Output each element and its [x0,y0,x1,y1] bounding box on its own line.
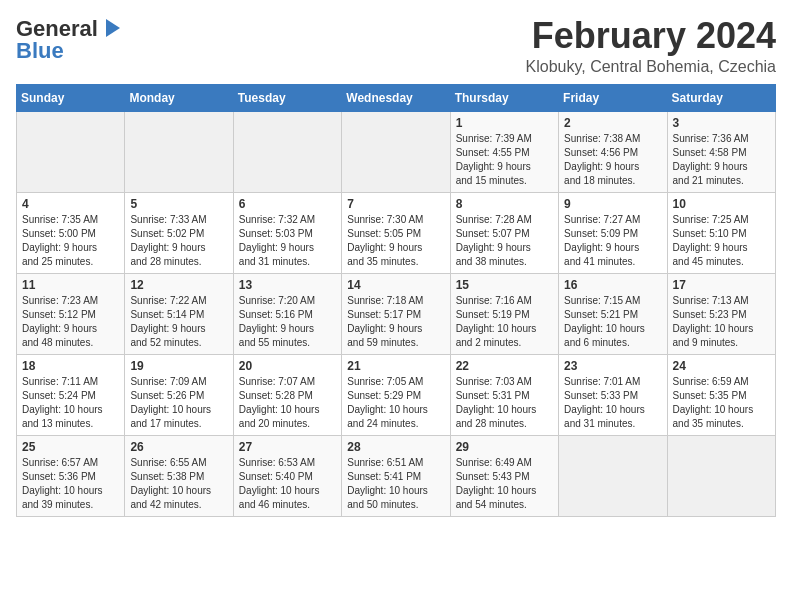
calendar-cell: 9Sunrise: 7:27 AM Sunset: 5:09 PM Daylig… [559,192,667,273]
day-number: 27 [239,440,336,454]
day-number: 24 [673,359,770,373]
logo-icon [100,17,122,39]
day-content: Sunrise: 7:39 AM Sunset: 4:55 PM Dayligh… [456,132,553,188]
calendar-cell: 6Sunrise: 7:32 AM Sunset: 5:03 PM Daylig… [233,192,341,273]
day-content: Sunrise: 7:32 AM Sunset: 5:03 PM Dayligh… [239,213,336,269]
calendar-cell: 23Sunrise: 7:01 AM Sunset: 5:33 PM Dayli… [559,354,667,435]
day-number: 12 [130,278,227,292]
day-number: 19 [130,359,227,373]
day-number: 10 [673,197,770,211]
calendar-cell: 20Sunrise: 7:07 AM Sunset: 5:28 PM Dayli… [233,354,341,435]
calendar-cell: 27Sunrise: 6:53 AM Sunset: 5:40 PM Dayli… [233,435,341,516]
day-number: 25 [22,440,119,454]
day-content: Sunrise: 7:15 AM Sunset: 5:21 PM Dayligh… [564,294,661,350]
week-row-3: 11Sunrise: 7:23 AM Sunset: 5:12 PM Dayli… [17,273,776,354]
day-number: 7 [347,197,444,211]
day-content: Sunrise: 6:51 AM Sunset: 5:41 PM Dayligh… [347,456,444,512]
day-content: Sunrise: 7:28 AM Sunset: 5:07 PM Dayligh… [456,213,553,269]
day-content: Sunrise: 7:30 AM Sunset: 5:05 PM Dayligh… [347,213,444,269]
header: General Blue February 2024 Klobuky, Cent… [16,16,776,76]
day-content: Sunrise: 6:57 AM Sunset: 5:36 PM Dayligh… [22,456,119,512]
day-content: Sunrise: 7:18 AM Sunset: 5:17 PM Dayligh… [347,294,444,350]
calendar-cell [342,111,450,192]
calendar-cell: 24Sunrise: 6:59 AM Sunset: 5:35 PM Dayli… [667,354,775,435]
header-friday: Friday [559,84,667,111]
day-content: Sunrise: 7:22 AM Sunset: 5:14 PM Dayligh… [130,294,227,350]
calendar-cell: 4Sunrise: 7:35 AM Sunset: 5:00 PM Daylig… [17,192,125,273]
day-content: Sunrise: 7:23 AM Sunset: 5:12 PM Dayligh… [22,294,119,350]
calendar-cell: 26Sunrise: 6:55 AM Sunset: 5:38 PM Dayli… [125,435,233,516]
calendar-cell: 1Sunrise: 7:39 AM Sunset: 4:55 PM Daylig… [450,111,558,192]
calendar-cell [17,111,125,192]
day-content: Sunrise: 7:01 AM Sunset: 5:33 PM Dayligh… [564,375,661,431]
calendar-cell [667,435,775,516]
week-row-1: 1Sunrise: 7:39 AM Sunset: 4:55 PM Daylig… [17,111,776,192]
calendar-cell: 18Sunrise: 7:11 AM Sunset: 5:24 PM Dayli… [17,354,125,435]
calendar-header-row: SundayMondayTuesdayWednesdayThursdayFrid… [17,84,776,111]
header-tuesday: Tuesday [233,84,341,111]
day-number: 23 [564,359,661,373]
day-content: Sunrise: 7:33 AM Sunset: 5:02 PM Dayligh… [130,213,227,269]
svg-marker-0 [106,19,120,37]
logo-blue: Blue [16,38,64,64]
day-number: 11 [22,278,119,292]
calendar-cell: 16Sunrise: 7:15 AM Sunset: 5:21 PM Dayli… [559,273,667,354]
calendar-cell: 19Sunrise: 7:09 AM Sunset: 5:26 PM Dayli… [125,354,233,435]
calendar-subtitle: Klobuky, Central Bohemia, Czechia [526,58,777,76]
calendar-cell: 7Sunrise: 7:30 AM Sunset: 5:05 PM Daylig… [342,192,450,273]
day-content: Sunrise: 7:07 AM Sunset: 5:28 PM Dayligh… [239,375,336,431]
day-content: Sunrise: 6:53 AM Sunset: 5:40 PM Dayligh… [239,456,336,512]
calendar-cell: 21Sunrise: 7:05 AM Sunset: 5:29 PM Dayli… [342,354,450,435]
calendar-cell: 22Sunrise: 7:03 AM Sunset: 5:31 PM Dayli… [450,354,558,435]
day-content: Sunrise: 7:09 AM Sunset: 5:26 PM Dayligh… [130,375,227,431]
day-number: 26 [130,440,227,454]
calendar-cell [233,111,341,192]
calendar-title: February 2024 [526,16,777,56]
day-content: Sunrise: 7:16 AM Sunset: 5:19 PM Dayligh… [456,294,553,350]
day-number: 6 [239,197,336,211]
calendar-cell: 14Sunrise: 7:18 AM Sunset: 5:17 PM Dayli… [342,273,450,354]
logo: General Blue [16,16,122,64]
day-number: 21 [347,359,444,373]
calendar-cell: 17Sunrise: 7:13 AM Sunset: 5:23 PM Dayli… [667,273,775,354]
day-number: 3 [673,116,770,130]
day-number: 2 [564,116,661,130]
calendar-cell: 25Sunrise: 6:57 AM Sunset: 5:36 PM Dayli… [17,435,125,516]
day-number: 13 [239,278,336,292]
title-area: February 2024 Klobuky, Central Bohemia, … [526,16,777,76]
day-number: 29 [456,440,553,454]
day-number: 17 [673,278,770,292]
day-content: Sunrise: 6:59 AM Sunset: 5:35 PM Dayligh… [673,375,770,431]
day-number: 20 [239,359,336,373]
day-number: 1 [456,116,553,130]
day-content: Sunrise: 7:13 AM Sunset: 5:23 PM Dayligh… [673,294,770,350]
calendar-cell: 29Sunrise: 6:49 AM Sunset: 5:43 PM Dayli… [450,435,558,516]
calendar-cell: 12Sunrise: 7:22 AM Sunset: 5:14 PM Dayli… [125,273,233,354]
header-wednesday: Wednesday [342,84,450,111]
week-row-2: 4Sunrise: 7:35 AM Sunset: 5:00 PM Daylig… [17,192,776,273]
day-content: Sunrise: 6:49 AM Sunset: 5:43 PM Dayligh… [456,456,553,512]
header-sunday: Sunday [17,84,125,111]
day-number: 14 [347,278,444,292]
day-content: Sunrise: 7:05 AM Sunset: 5:29 PM Dayligh… [347,375,444,431]
day-content: Sunrise: 7:36 AM Sunset: 4:58 PM Dayligh… [673,132,770,188]
calendar-cell: 10Sunrise: 7:25 AM Sunset: 5:10 PM Dayli… [667,192,775,273]
calendar-table: SundayMondayTuesdayWednesdayThursdayFrid… [16,84,776,517]
day-number: 9 [564,197,661,211]
calendar-cell: 3Sunrise: 7:36 AM Sunset: 4:58 PM Daylig… [667,111,775,192]
calendar-cell: 28Sunrise: 6:51 AM Sunset: 5:41 PM Dayli… [342,435,450,516]
day-content: Sunrise: 6:55 AM Sunset: 5:38 PM Dayligh… [130,456,227,512]
day-number: 28 [347,440,444,454]
day-number: 5 [130,197,227,211]
week-row-4: 18Sunrise: 7:11 AM Sunset: 5:24 PM Dayli… [17,354,776,435]
calendar-cell: 8Sunrise: 7:28 AM Sunset: 5:07 PM Daylig… [450,192,558,273]
day-number: 16 [564,278,661,292]
calendar-cell: 11Sunrise: 7:23 AM Sunset: 5:12 PM Dayli… [17,273,125,354]
header-monday: Monday [125,84,233,111]
calendar-cell [125,111,233,192]
calendar-cell [559,435,667,516]
day-content: Sunrise: 7:11 AM Sunset: 5:24 PM Dayligh… [22,375,119,431]
day-content: Sunrise: 7:27 AM Sunset: 5:09 PM Dayligh… [564,213,661,269]
week-row-5: 25Sunrise: 6:57 AM Sunset: 5:36 PM Dayli… [17,435,776,516]
day-number: 15 [456,278,553,292]
